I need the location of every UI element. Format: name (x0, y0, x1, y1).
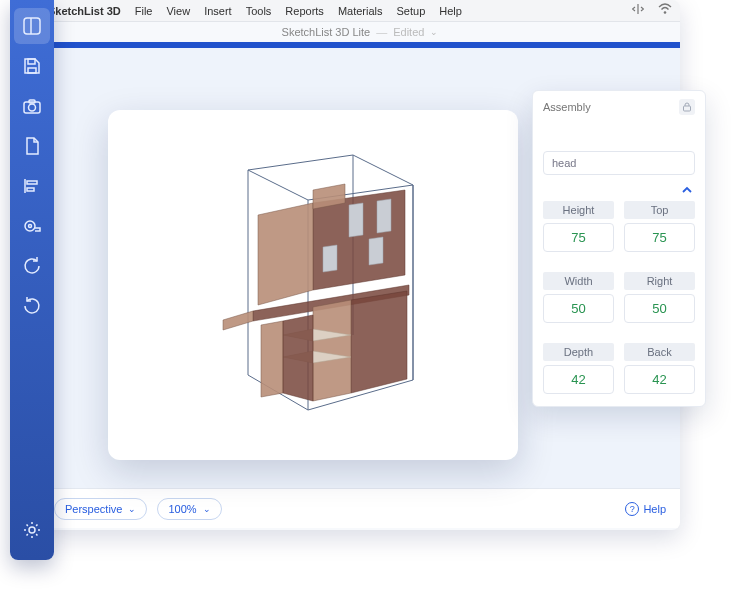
dim-value-depth[interactable]: 42 (543, 365, 614, 394)
assembly-panel: Assembly head Height 75 Top 75 Width 50 … (532, 90, 706, 407)
dim-label-right: Right (624, 272, 695, 290)
svg-marker-19 (377, 199, 391, 233)
chevron-down-icon: ⌄ (128, 504, 136, 514)
viewport-card[interactable] (108, 110, 518, 460)
tool-tape[interactable] (14, 208, 50, 244)
dim-value-top[interactable]: 75 (624, 223, 695, 252)
svg-point-13 (29, 225, 32, 228)
dim-label-height: Height (543, 201, 614, 219)
svg-rect-2 (24, 18, 40, 34)
svg-marker-16 (258, 203, 313, 305)
svg-rect-30 (684, 106, 691, 111)
scene-3d (163, 135, 463, 435)
panel-collapse-toggle[interactable] (533, 185, 705, 201)
svg-marker-21 (369, 237, 383, 265)
tool-align[interactable] (14, 168, 50, 204)
help-icon: ? (625, 502, 639, 516)
tool-save[interactable] (14, 48, 50, 84)
document-title: SketchList 3D Lite (282, 26, 371, 38)
menu-help[interactable]: Help (439, 5, 462, 17)
title-dropdown-icon[interactable]: ⌄ (430, 27, 438, 37)
svg-point-1 (664, 11, 667, 14)
zoom-label: 100% (168, 503, 196, 515)
view-mode-label: Perspective (65, 503, 122, 515)
wifi-icon (658, 3, 672, 18)
menu-reports[interactable]: Reports (285, 5, 324, 17)
dim-value-back[interactable]: 42 (624, 365, 695, 394)
dim-label-depth: Depth (543, 343, 614, 361)
menu-insert[interactable]: Insert (204, 5, 232, 17)
svg-rect-11 (27, 188, 34, 191)
menu-tools[interactable]: Tools (246, 5, 272, 17)
chevron-down-icon: ⌄ (203, 504, 211, 514)
window-control-icon[interactable] (632, 3, 644, 18)
status-bar: Perspective ⌄ 100% ⌄ ? Help (40, 488, 680, 528)
app-name: SketchList 3D (48, 5, 121, 17)
dimension-grid: Height 75 Top 75 Width 50 Right 50 Depth… (533, 201, 705, 394)
dim-label-width: Width (543, 272, 614, 290)
tool-redo[interactable] (14, 288, 50, 324)
svg-marker-26 (261, 321, 283, 397)
help-label: Help (643, 503, 666, 515)
menu-bar: SketchList 3D File View Insert Tools Rep… (40, 0, 680, 22)
svg-marker-24 (351, 291, 407, 393)
document-edited-status: Edited (393, 26, 424, 38)
svg-point-12 (25, 221, 35, 231)
dim-value-width[interactable]: 50 (543, 294, 614, 323)
view-mode-selector[interactable]: Perspective ⌄ (54, 498, 147, 520)
dim-label-back: Back (624, 343, 695, 361)
svg-point-14 (29, 527, 35, 533)
panel-lock-icon[interactable] (679, 99, 695, 115)
zoom-selector[interactable]: 100% ⌄ (157, 498, 221, 520)
menu-setup[interactable]: Setup (397, 5, 426, 17)
svg-rect-5 (28, 68, 36, 73)
menu-materials[interactable]: Materials (338, 5, 383, 17)
dim-value-height[interactable]: 75 (543, 223, 614, 252)
svg-marker-25 (313, 300, 351, 401)
svg-rect-10 (27, 181, 37, 184)
help-link[interactable]: ? Help (625, 502, 666, 516)
menu-view[interactable]: View (166, 5, 190, 17)
tool-undo[interactable] (14, 248, 50, 284)
svg-point-7 (29, 104, 36, 111)
svg-marker-20 (323, 245, 337, 272)
title-bar: SketchList 3D Lite — Edited ⌄ (40, 22, 680, 42)
assembly-name-input[interactable]: head (543, 151, 695, 175)
left-toolbar (10, 0, 54, 560)
tool-camera[interactable] (14, 88, 50, 124)
tool-settings[interactable] (14, 512, 50, 548)
svg-marker-18 (349, 203, 363, 237)
svg-rect-4 (28, 59, 35, 64)
dim-value-right[interactable]: 50 (624, 294, 695, 323)
tool-panel-layout[interactable] (14, 8, 50, 44)
chevron-up-icon (681, 185, 693, 195)
assembly-panel-title: Assembly (543, 101, 591, 113)
svg-marker-29 (283, 315, 313, 401)
dim-label-top: Top (624, 201, 695, 219)
menu-file[interactable]: File (135, 5, 153, 17)
tool-page[interactable] (14, 128, 50, 164)
